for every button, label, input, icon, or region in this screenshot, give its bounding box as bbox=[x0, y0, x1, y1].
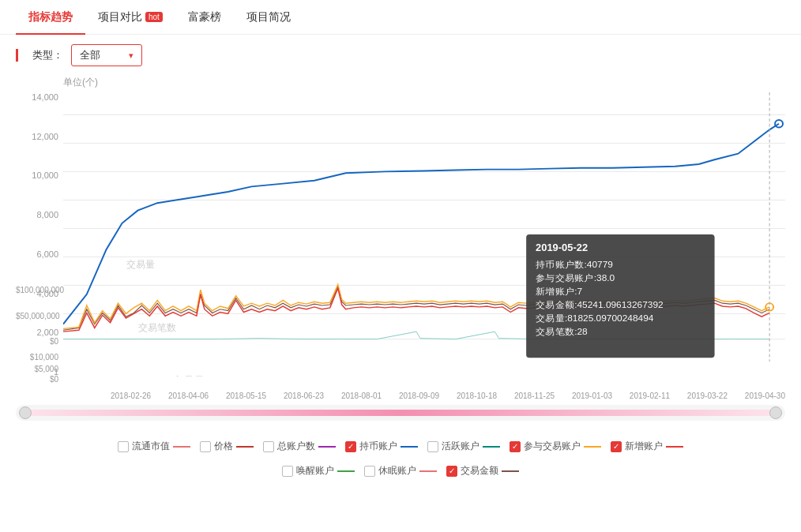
legend-line-liutongshizhi bbox=[173, 446, 190, 448]
y-label-5k: $5,000 bbox=[16, 365, 62, 373]
legend-line-huoyuezhanghu bbox=[483, 446, 500, 448]
y-label-0-bot: $0 bbox=[16, 375, 62, 384]
y-label-100m: $100,000,000 bbox=[16, 286, 62, 294]
legend-line-chibizhanghu bbox=[400, 446, 418, 448]
legend-item-jiaoyijine: 交易金额 bbox=[446, 464, 519, 478]
nav-item-indicator-trend[interactable]: 指标趋势 bbox=[16, 0, 85, 35]
nav-label-richlist: 富豪榜 bbox=[188, 10, 221, 24]
legend-row-1: 流通市值 价格 总账户数 持币账户 活跃账户 参与 bbox=[16, 440, 785, 453]
x-axis-labels: 2018-02-26 2018-04-06 2018-05-15 2018-06… bbox=[63, 392, 785, 400]
nav-item-project-summary[interactable]: 项目简况 bbox=[234, 0, 303, 35]
top-navigation: 指标趋势 项目对比 hot 富豪榜 项目简况 bbox=[0, 0, 801, 35]
legend-item-liutongshizhi: 流通市值 bbox=[118, 440, 190, 453]
svg-text:新增账户:7: 新增账户:7 bbox=[536, 286, 582, 296]
y-label-0-mid: $0 bbox=[16, 337, 62, 346]
chevron-down-icon: ▾ bbox=[129, 51, 134, 61]
chart-unit-label: 单位(个) bbox=[16, 76, 785, 89]
type-indicator bbox=[16, 49, 18, 62]
legend-line-jiage bbox=[236, 446, 254, 448]
jiaoyiliang-label: 交易量 bbox=[173, 375, 205, 377]
chart-tooltip: 2019-05-22 持币账户数:40779 参与交易账户:38.0 新增账户:… bbox=[526, 234, 714, 358]
filter-type-value: 全部 bbox=[80, 48, 100, 62]
svg-text:参与交易账户:38.0: 参与交易账户:38.0 bbox=[536, 272, 615, 283]
legend-item-huoyuezhanghu: 活跃账户 bbox=[427, 440, 500, 453]
legend-area: 流通市值 价格 总账户数 持币账户 活跃账户 参与 bbox=[0, 433, 801, 484]
svg-text:交易量:81825.09700248494: 交易量:81825.09700248494 bbox=[536, 313, 654, 323]
filter-type-select[interactable]: 全部 ▾ bbox=[71, 44, 142, 66]
slider-handle-right[interactable] bbox=[769, 406, 782, 419]
legend-checkbox-huanxingzhanghu[interactable] bbox=[282, 466, 293, 477]
jiaoyibishu-inline-label: 交易笔数 bbox=[138, 321, 176, 335]
slider-handle-left[interactable] bbox=[19, 406, 32, 419]
legend-label-liutongshizhi: 流通市值 bbox=[132, 440, 170, 453]
legend-item-xinzengzhanghu: 新增账户 bbox=[611, 440, 683, 453]
legend-item-xiumianzhanghu: 休眠账户 bbox=[364, 464, 437, 478]
legend-label-xiumianzhanghu: 休眠账户 bbox=[378, 464, 416, 478]
legend-item-chibizhanghu: 持币账户 bbox=[345, 440, 418, 453]
legend-checkbox-zongzhanghu[interactable] bbox=[263, 441, 274, 452]
legend-line-canyujiaoyi bbox=[584, 446, 601, 448]
nav-label-indicator-trend: 指标趋势 bbox=[28, 10, 73, 24]
legend-label-jiaoyijine: 交易金额 bbox=[461, 464, 498, 478]
filter-bar: 类型： 全部 ▾ bbox=[0, 35, 801, 76]
legend-checkbox-chibizhanghu[interactable] bbox=[345, 441, 356, 452]
range-slider[interactable] bbox=[16, 405, 785, 421]
nav-label-project-summary: 项目简况 bbox=[246, 10, 291, 24]
svg-text:2019-05-22: 2019-05-22 bbox=[536, 242, 588, 253]
legend-line-jiaoyijine bbox=[502, 470, 519, 472]
legend-label-xinzengzhanghu: 新增账户 bbox=[625, 440, 663, 453]
chart-area: 14,000 12,000 10,000 8,000 6,000 4,000 2… bbox=[16, 92, 785, 400]
legend-item-canyujiaoyi: 参与交易账户 bbox=[510, 440, 601, 453]
legend-row-2: 唤醒账户 休眠账户 交易金额 bbox=[16, 464, 785, 478]
legend-checkbox-xinzengzhanghu[interactable] bbox=[611, 441, 622, 452]
legend-label-chibizhanghu: 持币账户 bbox=[359, 440, 397, 453]
svg-text:交易金额:45241.09613267392: 交易金额:45241.09613267392 bbox=[536, 299, 664, 309]
y-label-50m: $50,000,000 bbox=[16, 312, 62, 320]
legend-label-huoyuezhanghu: 活跃账户 bbox=[442, 440, 479, 453]
legend-line-zongzhanghu bbox=[318, 446, 336, 448]
nav-item-richlist[interactable]: 富豪榜 bbox=[175, 0, 234, 35]
nav-badge-hot: hot bbox=[145, 12, 163, 22]
legend-checkbox-xiumianzhanghu[interactable] bbox=[364, 466, 375, 477]
slider-track bbox=[22, 410, 779, 416]
legend-item-jiage: 价格 bbox=[200, 440, 254, 453]
legend-checkbox-jiage[interactable] bbox=[200, 441, 211, 452]
legend-item-zongzhanghu: 总账户数 bbox=[263, 440, 336, 453]
legend-label-huanxingzhanghu: 唤醒账户 bbox=[296, 464, 334, 478]
legend-line-xinzengzhanghu bbox=[666, 446, 683, 448]
y-axis-labels: 14,000 12,000 10,000 8,000 6,000 4,000 2… bbox=[16, 92, 62, 377]
legend-checkbox-liutongshizhi[interactable] bbox=[118, 441, 129, 452]
svg-text:持币账户数:40779: 持币账户数:40779 bbox=[536, 259, 613, 269]
legend-label-jiage: 价格 bbox=[214, 440, 233, 453]
legend-item-huanxingzhanghu: 唤醒账户 bbox=[282, 464, 355, 478]
y-label-10k: $10,000 bbox=[16, 353, 62, 362]
nav-item-project-compare[interactable]: 项目对比 hot bbox=[85, 0, 175, 35]
nav-label-project-compare: 项目对比 bbox=[98, 10, 142, 24]
legend-checkbox-jiaoyijine[interactable] bbox=[446, 466, 457, 477]
legend-label-zongzhanghu: 总账户数 bbox=[277, 440, 315, 453]
legend-checkbox-huoyuezhanghu[interactable] bbox=[427, 441, 438, 452]
jiaoyiliang-inline-label: 交易量 bbox=[126, 258, 155, 272]
filter-type-label: 类型： bbox=[32, 48, 63, 62]
legend-line-xiumianzhanghu bbox=[419, 470, 437, 472]
legend-line-huanxingzhanghu bbox=[337, 470, 355, 472]
legend-checkbox-canyujiaoyi[interactable] bbox=[510, 441, 521, 452]
svg-text:交易笔数:28: 交易笔数:28 bbox=[536, 326, 588, 336]
legend-label-canyujiaoyi: 参与交易账户 bbox=[524, 440, 581, 453]
chart-container: 单位(个) 14,000 12,000 10,000 8,000 6,000 4… bbox=[0, 76, 801, 433]
